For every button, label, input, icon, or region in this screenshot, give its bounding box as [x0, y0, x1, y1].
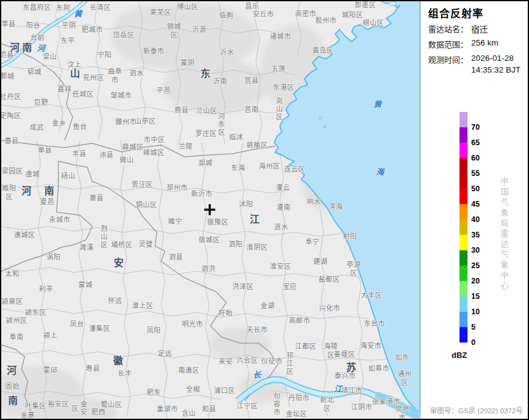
map-label: 丹阳市	[288, 394, 310, 402]
colorbar-tick-label: 40	[471, 215, 480, 224]
map-label: 灵璧	[139, 240, 153, 248]
map-label: 蒙城	[79, 280, 93, 289]
map-label: 金坛区	[286, 410, 308, 418]
map-label: 阳谷	[26, 21, 41, 30]
map-label: 山亭区	[135, 117, 156, 125]
watermark-cma: 中国气象局雷达气象中心	[498, 177, 510, 292]
radar-product-window: 东昌府区东阿长清区莱芜区博山区昌乐即墨区莘县阳谷平阴肥城市岱岳区钢城 区临朐安丘…	[0, 0, 529, 420]
product-title: 组合反射率	[428, 5, 483, 20]
map-label: 罗庄区	[196, 129, 217, 138]
map-label: 连云区	[284, 165, 306, 173]
map-label: 姜堰区	[334, 350, 356, 359]
map-label: 定陶区	[0, 111, 21, 120]
map-label: 涟水	[274, 223, 288, 231]
map-label: 靖江市	[341, 386, 363, 395]
map-label: 沭阳	[239, 200, 253, 208]
map-label: 黄	[74, 9, 82, 20]
map-label: 海州区	[259, 162, 280, 170]
map-label: 胶州市	[316, 16, 337, 25]
map-label: 滨海	[329, 202, 343, 211]
map-label: 铜山区	[136, 200, 157, 209]
map-label: 泗县	[169, 253, 183, 261]
map-label: 丰县	[73, 149, 87, 158]
map-label: 平邑	[157, 86, 171, 95]
map-label: 如东	[396, 353, 410, 362]
map-label: 薛城区	[122, 143, 144, 151]
map-label: 萧县	[90, 194, 104, 202]
obs-time-clock: 14:35:32 BJT	[471, 65, 520, 74]
map-label: 郓城	[28, 68, 42, 76]
map-label: 南	[44, 185, 55, 198]
colorbar-tick-label: 15	[471, 292, 480, 301]
map-label: 兰陵	[179, 142, 193, 151]
map-label: 仪征市	[261, 357, 283, 365]
map-label: 虞城	[26, 170, 40, 178]
map-label: 淮上区	[132, 301, 154, 310]
map-label: 博山区	[177, 2, 199, 11]
map-label: 平阴	[62, 21, 76, 30]
map-label: 金湖	[261, 301, 275, 310]
map-label: 宁阳	[98, 50, 112, 59]
map-label: 新北 区	[320, 395, 335, 413]
range-value: 256 km	[471, 38, 498, 47]
colorbar-tick-label: 60	[471, 154, 480, 162]
map-label: 泗阳	[229, 240, 243, 248]
map-label: 金寨	[21, 411, 35, 419]
map-label: 东港区	[273, 83, 295, 92]
map-label: 高邮市	[289, 316, 311, 325]
map-label: 裕安区	[48, 400, 70, 408]
map-label: 东	[201, 68, 212, 81]
map-label: 射阳	[343, 232, 357, 240]
map-label: 兖州区	[83, 73, 105, 82]
map-label: 蒙阴	[181, 58, 195, 67]
map-label: 盐都区	[319, 275, 340, 283]
map-label: 河	[37, 44, 46, 54]
map-label: 全椒	[186, 385, 201, 394]
map-label: 常熟市	[394, 405, 412, 420]
map-label: 牡丹区	[0, 92, 21, 101]
map-label: 颍泉区	[2, 297, 23, 306]
map-label: 滕州市	[116, 117, 137, 126]
map-label: 南	[8, 395, 19, 408]
map-label: 城阳区	[342, 10, 364, 19]
map-label: 海	[376, 167, 384, 178]
colorbar-tick-label: 20	[471, 277, 480, 285]
map-label: 颍东区	[25, 308, 47, 317]
map-label: 安丘市	[253, 10, 274, 18]
map-label: 明光市	[182, 320, 204, 328]
map-label: 曹县	[5, 137, 19, 145]
map-label: 凤台	[70, 320, 84, 328]
map-label: 睢阳 区	[2, 184, 17, 202]
map-label: 沂水	[220, 48, 234, 57]
map-label: 肥城市	[82, 25, 103, 34]
range-label: 数据范围：	[428, 38, 468, 50]
map-labels: 东昌府区东阿长清区莱芜区博山区昌乐即墨区莘县阳谷平阴肥城市岱岳区钢城 区临朐安丘…	[0, 0, 420, 420]
colorbar-tick-label: 70	[471, 123, 480, 132]
map-label: 邹城市	[111, 91, 132, 100]
map-label: 岱岳区	[113, 31, 135, 39]
map-label: 鱼台	[73, 122, 87, 131]
station-label: 雷达站名：	[428, 23, 468, 34]
map-label: 响水	[307, 197, 321, 206]
obs-time-label: 观测时间：	[428, 53, 468, 65]
map-label: 莒南	[245, 105, 259, 114]
map-label: 邳州市	[167, 183, 188, 192]
map-label: 埇桥区	[111, 240, 133, 249]
colorbar-tick-label: 25	[471, 261, 480, 270]
map-label: 亭湖 区	[347, 260, 361, 278]
map-label: 涡阳	[47, 253, 61, 261]
map-label: 长丰	[118, 369, 132, 378]
colorbar-tick-label: 10	[471, 307, 480, 316]
map-label: 凤阳	[147, 326, 161, 335]
colorbar-tick-label: 50	[471, 184, 480, 193]
map-label: 江	[250, 213, 261, 226]
map-label: 黄岛区	[312, 46, 334, 55]
map-label: 霍邱	[44, 366, 58, 374]
map-label: 海安市	[360, 341, 382, 350]
map-label: 烈山区	[99, 225, 108, 249]
map-label: 盱眙	[219, 309, 233, 317]
colorbar-tick-label: 0	[471, 338, 475, 347]
map-label: 即墨区	[355, 1, 376, 9]
map-label: 怀远	[108, 296, 122, 305]
colorbar-tick-label: 55	[471, 169, 480, 178]
